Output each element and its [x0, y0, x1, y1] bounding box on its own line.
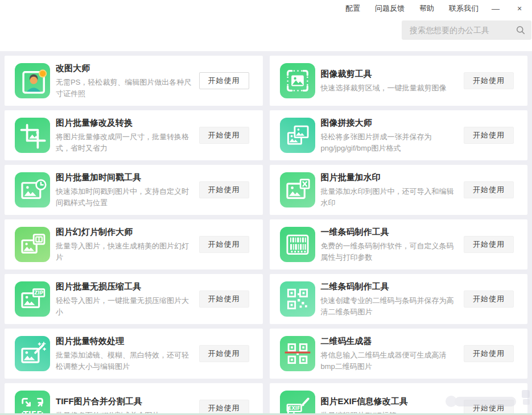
tool-text: 改图大师无需PS，轻松裁剪、编辑图片做出各种尺寸证件照 — [56, 63, 195, 99]
start-using-button[interactable]: 开始使用 — [199, 72, 249, 89]
start-using-button[interactable]: 开始使用 — [199, 181, 249, 198]
tool-text: 图片批量修改及转换将图片批量修改成同一尺寸，批量转换格式，省时又省力 — [56, 117, 195, 154]
tool-text: 一维条码制作工具免费的一维条码制作软件，可自定义条码属性与打印参数 — [321, 226, 460, 263]
tool-title: 图片批量加水印 — [321, 172, 460, 183]
menu-item-1[interactable]: 问题反馈 — [375, 3, 405, 14]
menu-item-0[interactable]: 配置 — [345, 3, 360, 14]
timestamp-icon — [15, 172, 50, 208]
tool-card: 二维条码制作工具快速创建专业的二维码与条码并保存为高清二维条码图片开始使用 — [270, 274, 528, 324]
svg-text:EXIF: EXIF — [288, 405, 300, 411]
tool-description: 无需PS，轻松裁剪、编辑图片做出各种尺寸证件照 — [56, 77, 195, 99]
tool-description: 快速添加时间戳到图片中，支持自定义时间戳样式与位置 — [56, 186, 195, 209]
tool-text: TIFF图片合并分割工具批量将多页的tiff分割成单个图片 — [56, 396, 195, 415]
tool-description: 免费的一维条码制作软件，可自定义条码属性与打印参数 — [321, 240, 460, 263]
menu-item-2[interactable]: 帮助 — [419, 3, 434, 14]
exif-edit-icon: EXIF — [280, 391, 315, 415]
tool-description: 将信息输入二维码生成器便可生成高清bmp二维码图片 — [321, 350, 460, 372]
magic-effects-icon — [15, 336, 50, 371]
tool-text: 图像裁剪工具快速选择裁剪区域，一键批量裁剪图像 — [321, 68, 460, 94]
start-using-button[interactable]: 开始使用 — [199, 400, 249, 415]
start-using-button[interactable]: 开始使用 — [464, 181, 514, 198]
tool-card: 图片批量加水印批量添加水印到图片中，还可导入和编辑水印开始使用 — [270, 165, 528, 215]
tool-title: 一维条码制作工具 — [321, 226, 460, 238]
tool-card: 图片批量修改及转换将图片批量修改成同一尺寸，批量转换格式，省时又省力开始使用 — [5, 110, 263, 160]
tool-title: 图片批量加时间戳工具 — [56, 172, 195, 183]
stitch-images-icon — [280, 118, 315, 153]
tool-card: 图片批量加时间戳工具快速添加时间戳到图片中，支持自定义时间戳样式与位置开始使用 — [5, 165, 263, 215]
search-icon[interactable] — [515, 25, 526, 35]
start-using-button[interactable]: 开始使用 — [464, 290, 514, 308]
zip-compress-icon: ZIP — [15, 281, 50, 317]
tool-description: 将图片批量修改成同一尺寸，批量转换格式，省时又省力 — [56, 131, 195, 154]
close-button[interactable]: × — [515, 5, 524, 13]
tool-text: 图片批量无损压缩工具轻松导入图片，一键批量无损压缩图片大小 — [56, 281, 195, 318]
top-menu: 配置问题反馈帮助联系我们 — [345, 3, 479, 14]
start-using-button[interactable]: 开始使用 — [199, 236, 249, 253]
start-using-button[interactable]: 开始使用 — [464, 72, 514, 89]
id-photo-icon — [15, 63, 50, 98]
tool-card: EXIF图片EXIF信息修改工具批量编辑照片EXIF标签开始使用 — [270, 383, 528, 415]
search-box[interactable] — [402, 20, 531, 40]
search-input[interactable] — [409, 25, 515, 35]
slideshow-icon — [15, 227, 50, 262]
tool-card: 图片幻灯片制作大师批量导入图片，快速生成精美的图片幻灯片开始使用 — [5, 219, 263, 269]
minimize-button[interactable]: — — [491, 5, 500, 13]
tool-card: 二维码生成器将信息输入二维码生成器便可生成高清bmp二维码图片开始使用 — [270, 329, 528, 379]
tool-title: 图片批量修改及转换 — [56, 117, 195, 128]
tool-description: 轻松导入图片，一键批量无损压缩图片大小 — [56, 295, 195, 318]
window-controls: — × — [491, 5, 524, 13]
tool-title: 二维码生成器 — [321, 335, 460, 347]
tool-card: 图片批量特效处理批量添加滤镜、模糊、黑白特效，还可轻松调整大小与编辑图片开始使用 — [5, 329, 263, 379]
tool-text: 图片批量特效处理批量添加滤镜、模糊、黑白特效，还可轻松调整大小与编辑图片 — [56, 335, 195, 372]
barcode-1d-icon — [280, 227, 315, 262]
content-area: 改图大师无需PS，轻松裁剪、编辑图片做出各种尺寸证件照开始使用图像裁剪工具快速选… — [0, 51, 532, 415]
tool-description: 批量添加水印到图片中，还可导入和编辑水印 — [321, 186, 460, 209]
tool-description: 快速创建专业的二维码与条码并保存为高清二维条码图片 — [321, 295, 460, 318]
tool-card: ZIP图片批量无损压缩工具轻松导入图片，一键批量无损压缩图片大小开始使用 — [5, 274, 263, 324]
tool-text: 图片EXIF信息修改工具批量编辑照片EXIF标签 — [321, 396, 460, 415]
tool-card: 一维条码制作工具免费的一维条码制作软件，可自定义条码属性与打印参数开始使用 — [270, 219, 528, 269]
tool-card: 图像裁剪工具快速选择裁剪区域，一键批量裁剪图像开始使用 — [270, 56, 528, 106]
start-using-button[interactable]: 开始使用 — [464, 345, 514, 362]
tool-title: TIFF图片合并分割工具 — [56, 396, 195, 407]
qr-barcode-icon — [280, 281, 315, 317]
start-using-button[interactable]: 开始使用 — [199, 127, 249, 144]
menu-item-3[interactable]: 联系我们 — [449, 3, 479, 14]
tool-text: 图片批量加水印批量添加水印到图片中，还可导入和编辑水印 — [321, 172, 460, 209]
tool-card: 图像拼接大师轻松将多张图片拼成一张并保存为png/jpg/gif/bmp图片格式… — [270, 110, 528, 160]
start-using-button[interactable]: 开始使用 — [464, 236, 514, 253]
tool-text: 图像拼接大师轻松将多张图片拼成一张并保存为png/jpg/gif/bmp图片格式 — [321, 117, 460, 154]
tool-text: 二维条码制作工具快速创建专业的二维码与条码并保存为高清二维条码图片 — [321, 281, 460, 318]
resize-convert-icon — [15, 118, 50, 153]
tool-title: 图片幻灯片制作大师 — [56, 226, 195, 238]
tool-title: 图片批量特效处理 — [56, 335, 195, 347]
tool-description: 批量导入图片，快速生成精美的图片幻灯片 — [56, 240, 195, 263]
tool-text: 二维码生成器将信息输入二维码生成器便可生成高清bmp二维码图片 — [321, 335, 460, 372]
tool-text: 图片批量加时间戳工具快速添加时间戳到图片中，支持自定义时间戳样式与位置 — [56, 172, 195, 209]
tool-grid: 改图大师无需PS，轻松裁剪、编辑图片做出各种尺寸证件照开始使用图像裁剪工具快速选… — [5, 56, 527, 415]
title-bar: 配置问题反馈帮助联系我们 — × — [0, 0, 532, 15]
tool-title: 图片批量无损压缩工具 — [56, 281, 195, 292]
start-using-button[interactable]: 开始使用 — [199, 345, 249, 362]
tool-title: 二维条码制作工具 — [321, 281, 460, 292]
watermark-x-icon — [280, 172, 315, 208]
crop-image-icon — [280, 63, 315, 98]
start-using-button[interactable]: 开始使用 — [464, 127, 514, 144]
tool-description: 批量添加滤镜、模糊、黑白特效，还可轻松调整大小与编辑图片 — [56, 350, 195, 372]
tool-title: 图片EXIF信息修改工具 — [321, 396, 460, 407]
start-using-button[interactable]: 开始使用 — [464, 400, 514, 415]
tool-title: 图像裁剪工具 — [321, 68, 460, 80]
qr-generator-icon — [280, 336, 315, 371]
tool-description: 轻松将多张图片拼成一张并保存为png/jpg/gif/bmp图片格式 — [321, 131, 460, 154]
tool-description: 快速选择裁剪区域，一键批量裁剪图像 — [321, 82, 460, 94]
tool-title: 改图大师 — [56, 63, 195, 74]
start-using-button[interactable]: 开始使用 — [199, 290, 249, 308]
tool-card: 改图大师无需PS，轻松裁剪、编辑图片做出各种尺寸证件照开始使用 — [5, 56, 263, 106]
svg-text:ZIP: ZIP — [34, 290, 44, 296]
tool-card: TIFFTIFF图片合并分割工具批量将多页的tiff分割成单个图片开始使用 — [5, 383, 263, 415]
tool-text: 图片幻灯片制作大师批量导入图片，快速生成精美的图片幻灯片 — [56, 226, 195, 263]
tiff-split-icon: TIFF — [15, 391, 50, 415]
tool-title: 图像拼接大师 — [321, 117, 460, 128]
